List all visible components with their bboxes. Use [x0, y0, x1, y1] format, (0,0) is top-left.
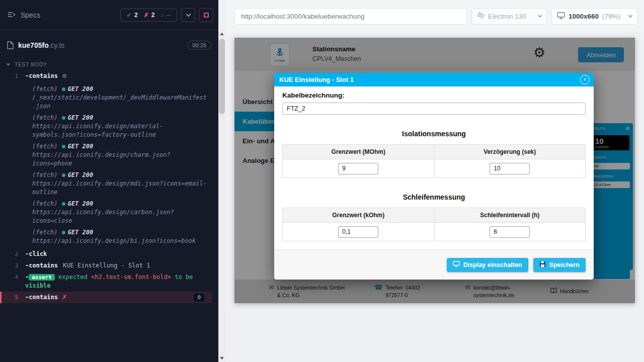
chevron-down-icon: [186, 12, 191, 17]
schleifen-table: Grenzwert (kOhm) Schleifenintervall (h): [282, 208, 586, 241]
fetch-log-entry[interactable]: (fetch)GET 200 https://api.iconify.desig…: [32, 114, 209, 139]
command-name: -contains: [25, 72, 58, 79]
kue-settings-modal: KUE Einstellung - Slot 1 × Kabelbezeichn…: [274, 73, 594, 280]
status-dot: [62, 145, 65, 148]
command-row[interactable]: 2 -click: [0, 248, 212, 260]
app-frame: LITTWIN Stationsname CPLV4_Maschen ⚙ Abm…: [234, 38, 635, 303]
url-input[interactable]: [234, 8, 467, 25]
grenzwert-kohm-input[interactable]: [338, 226, 378, 238]
gear-icon: ⚙: [62, 73, 67, 79]
browser-bar: Electron 130 1000x660 (79%): [225, 0, 644, 32]
status-dot: [62, 116, 65, 120]
stat-failed: ✗ 2: [144, 12, 155, 19]
modal-title: KUE Einstellung - Slot 1: [279, 76, 580, 83]
col-header-grenzwert-mohm: Grenzwert (MOhm): [283, 145, 434, 159]
chevron-down-icon: [538, 13, 542, 17]
collapse-button[interactable]: [181, 8, 195, 22]
spec-name: kue705fo.cy.ts: [18, 41, 187, 49]
browser-select[interactable]: Electron 130: [471, 8, 547, 25]
command-number: 1: [0, 72, 25, 80]
modal-content: Kabelbezeichnung: Isolationsmessung Gren…: [274, 92, 594, 280]
specs-menu-button[interactable]: Specs: [8, 11, 40, 19]
col-header-grenzwert-kohm: Grenzwert (kOhm): [283, 208, 434, 223]
spec-file-icon: [7, 41, 14, 49]
browser-name: Electron 130: [488, 13, 526, 20]
fetch-url: /_next/static/development/_devMiddleware…: [32, 94, 207, 110]
modal-titlebar: KUE Einstellung - Slot 1 ×: [274, 73, 594, 86]
scroll-up-button[interactable]: [218, 30, 225, 38]
stat-passed: ✓ 2: [127, 12, 138, 19]
kabelbezeichnung-label: Kabelbezeichnung:: [282, 92, 586, 99]
stop-icon: [204, 13, 209, 18]
chevron-down-icon: [7, 62, 10, 65]
reporter-header: Specs ✓ 2 ✗ 2 ○ --: [0, 0, 218, 30]
verzoegerung-input[interactable]: [490, 163, 530, 174]
command-row[interactable]: 1 -contains⚙: [0, 70, 212, 82]
isolation-table: Grenzwert (MOhm) Verzögerung (sek): [282, 144, 586, 178]
test-body-toggle[interactable]: TEST BODY: [0, 61, 218, 67]
specs-label: Specs: [21, 11, 40, 19]
fetch-log-entry[interactable]: (fetch)GET 200 https://api.iconify.desig…: [32, 142, 209, 168]
screen: Specs ✓ 2 ✗ 2 ○ --: [0, 0, 644, 362]
scrollbar-thumb[interactable]: [219, 39, 225, 114]
viewport-zoom: (79%): [602, 13, 620, 20]
check-icon: ✓: [127, 12, 132, 19]
aut-panel: Electron 130 1000x660 (79%): [225, 0, 644, 362]
command-number: 5: [2, 293, 25, 302]
status-dot: [62, 231, 65, 234]
assert-badge: assert: [29, 274, 55, 281]
pending-icon: ○: [160, 12, 164, 18]
electron-icon: [477, 12, 485, 21]
reporter-controls: ✓ 2 ✗ 2 ○ --: [120, 8, 213, 22]
match-count-badge: 0: [194, 294, 204, 302]
col-header-schleifenintervall: Schleifenintervall (h): [434, 208, 586, 223]
command-name: -contains: [25, 294, 58, 301]
fetch-url: https://api.iconify.design/charm.json?ic…: [32, 151, 171, 167]
display-einschalten-button[interactable]: Display einschalten: [447, 258, 528, 272]
fetch-log-entry[interactable]: (fetch)GET 200 /_next/static/development…: [32, 85, 209, 111]
test-stats[interactable]: ✓ 2 ✗ 2 ○ --: [120, 9, 177, 22]
fetch-url: https://api.iconify.design/carbon.json?i…: [32, 209, 174, 224]
fetch-url: https://api.iconify.design/mdi.json?icon…: [32, 180, 207, 196]
assert-row[interactable]: 4 -assertexpected <h2.text-sm.font-bold>…: [0, 272, 212, 292]
viewport-size: 1000x660: [569, 13, 599, 20]
command-number: 3: [0, 261, 25, 270]
command-row[interactable]: 3 -containsKUE Einstellung - Slot 1: [0, 260, 212, 272]
schleifenintervall-input[interactable]: [490, 226, 530, 238]
cypress-reporter: Specs ✓ 2 ✗ 2 ○ --: [0, 0, 218, 362]
command-number: 4: [0, 273, 25, 290]
grenzwert-mohm-input[interactable]: [338, 163, 378, 174]
status-dot: [62, 202, 65, 206]
scroll-down-button[interactable]: [218, 354, 225, 362]
stat-pending: ○ --: [160, 12, 171, 19]
command-value: KUE Einstellung - Slot 1: [63, 262, 150, 269]
assert-message: expected: [58, 274, 88, 281]
command-name: -contains: [25, 262, 58, 269]
speichern-button[interactable]: Speichern: [533, 258, 586, 272]
status-dot: [62, 87, 65, 91]
reporter-scrollbar[interactable]: [218, 30, 225, 362]
specs-menu-icon: [8, 11, 16, 19]
spec-header[interactable]: kue705fo.cy.ts 00:25: [0, 37, 218, 53]
spec-duration: 00:25: [187, 41, 211, 50]
isolationsmessung-heading: Isolationsmessung: [282, 130, 586, 138]
viewport-icon: [557, 12, 565, 21]
command-name: -click: [25, 250, 47, 257]
modal-footer: Display einschalten Speichern: [274, 249, 594, 280]
fetch-log-entry[interactable]: (fetch)GET 200 https://api.iconify.desig…: [32, 171, 209, 197]
kabelbezeichnung-input[interactable]: [282, 103, 586, 115]
viewport-select[interactable]: 1000x660 (79%): [551, 8, 637, 25]
save-icon: [539, 261, 546, 269]
chevron-down-icon: [628, 13, 632, 17]
stop-button[interactable]: [199, 8, 213, 22]
fetch-log-entry[interactable]: (fetch)GET 200 https://api.iconify.desig…: [32, 228, 209, 245]
aut-stage: LITTWIN Stationsname CPLV4_Maschen ⚙ Abm…: [225, 32, 644, 362]
close-icon[interactable]: ×: [580, 75, 590, 84]
fail-icon: ✗: [62, 294, 67, 301]
fetch-url: https://api.iconify.design/bi.json?icons…: [32, 237, 196, 244]
fetch-url: https://api.iconify.design/material-symb…: [32, 123, 163, 138]
fetch-log-entry[interactable]: (fetch)GET 200 https://api.iconify.desig…: [32, 200, 209, 225]
test-body-label: TEST BODY: [15, 61, 47, 67]
arrow-up-icon: [220, 33, 224, 35]
failed-command-row[interactable]: 5 -contains✗ 0: [0, 292, 212, 303]
